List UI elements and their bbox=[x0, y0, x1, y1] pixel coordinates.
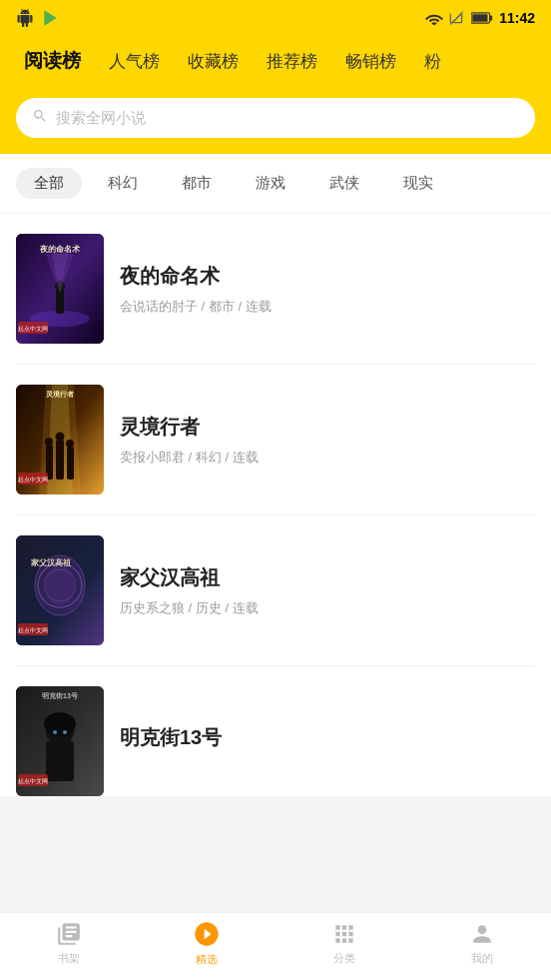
nav-item-favorites[interactable]: 收藏榜 bbox=[176, 46, 251, 77]
svg-point-20 bbox=[66, 440, 74, 448]
search-placeholder: 搜索全网小说 bbox=[56, 109, 519, 128]
cat-scifi[interactable]: 科幻 bbox=[90, 168, 156, 199]
bottom-nav: 书架 精选 分类 我的 bbox=[0, 912, 551, 980]
book-cover-3: 家父汉高祖 起点中文网 bbox=[16, 535, 104, 645]
list-item[interactable]: 明克街13号 起点中文网 明克街13号 bbox=[16, 666, 535, 796]
nav-item-recommended[interactable]: 推荐榜 bbox=[255, 46, 329, 77]
svg-point-37 bbox=[63, 730, 67, 734]
book-info-1: 夜的命名术 会说话的肘子 / 都市 / 连载 bbox=[120, 263, 535, 316]
categories-icon bbox=[331, 921, 357, 947]
nav-item-bestseller[interactable]: 畅销榜 bbox=[333, 46, 408, 77]
svg-rect-17 bbox=[56, 440, 64, 480]
nav-item-reading[interactable]: 阅读榜 bbox=[12, 44, 93, 78]
book-meta-3: 历史系之狼 / 历史 / 连载 bbox=[120, 599, 535, 617]
book-info-3: 家父汉高祖 历史系之狼 / 历史 / 连载 bbox=[120, 564, 535, 617]
nav-tab-profile[interactable]: 我的 bbox=[413, 921, 551, 966]
svg-text:起点中文网: 起点中文网 bbox=[18, 325, 48, 332]
svg-text:灵境行者: 灵境行者 bbox=[45, 390, 75, 399]
status-time: 11:42 bbox=[499, 10, 535, 26]
list-item[interactable]: 夜的命名术 起点中文网 夜的命名术 会说话的肘子 / 都市 / 连载 bbox=[16, 214, 535, 365]
nav-item-popular[interactable]: 人气榜 bbox=[97, 46, 172, 77]
nav-tab-shelf[interactable]: 书架 bbox=[0, 921, 138, 966]
svg-rect-35 bbox=[46, 741, 74, 781]
book-cover-1: 夜的命名术 起点中文网 bbox=[16, 234, 104, 344]
profile-icon bbox=[469, 921, 495, 947]
android-icon bbox=[16, 9, 34, 27]
cat-city[interactable]: 都市 bbox=[164, 168, 230, 199]
list-item[interactable]: 家父汉高祖 起点中文网 家父汉高祖 历史系之狼 / 历史 / 连载 bbox=[16, 515, 535, 666]
book-meta-2: 卖报小郎君 / 科幻 / 连载 bbox=[120, 449, 535, 467]
wifi-icon bbox=[425, 11, 443, 25]
search-bar[interactable]: 搜索全网小说 bbox=[16, 98, 535, 138]
status-bar: 11:42 bbox=[0, 0, 551, 36]
nav-items-container: 阅读榜 人气榜 收藏榜 推荐榜 畅销榜 粉 bbox=[0, 44, 551, 78]
list-item[interactable]: 灵境行者 起点中文网 灵境行者 卖报小郎君 / 科幻 / 连载 bbox=[16, 365, 535, 515]
svg-text:起点中文网: 起点中文网 bbox=[18, 626, 48, 633]
signal-icon bbox=[449, 10, 465, 26]
book-info-4: 明克街13号 bbox=[120, 724, 535, 759]
svg-text:起点中文网: 起点中文网 bbox=[18, 476, 48, 483]
nav-tab-categories-label: 分类 bbox=[333, 951, 355, 966]
svg-text:明克街13号: 明克街13号 bbox=[42, 691, 79, 699]
nav-tab-shelf-label: 书架 bbox=[58, 951, 80, 966]
shelf-icon bbox=[56, 921, 82, 947]
nav-tab-featured-label: 精选 bbox=[196, 952, 218, 967]
cover-4-illustration: 明克街13号 起点中文网 bbox=[16, 686, 104, 796]
cover-2-illustration: 灵境行者 起点中文网 bbox=[16, 385, 104, 494]
svg-text:家父汉高祖: 家父汉高祖 bbox=[31, 557, 72, 567]
book-title-3: 家父汉高祖 bbox=[120, 564, 535, 591]
svg-rect-19 bbox=[67, 447, 74, 480]
play-store-icon bbox=[42, 9, 60, 27]
svg-text:夜的命名术: 夜的命名术 bbox=[39, 244, 81, 254]
cat-all[interactable]: 全部 bbox=[16, 168, 82, 199]
book-title-4: 明克街13号 bbox=[120, 724, 535, 751]
cat-game[interactable]: 游戏 bbox=[238, 168, 303, 199]
book-meta-1: 会说话的肘子 / 都市 / 连载 bbox=[120, 298, 535, 316]
svg-rect-1 bbox=[490, 15, 492, 20]
book-cover-4: 明克街13号 起点中文网 bbox=[16, 686, 104, 796]
svg-point-26 bbox=[45, 565, 75, 605]
book-title-2: 灵境行者 bbox=[120, 414, 535, 441]
status-left-icons bbox=[16, 9, 60, 27]
book-cover-2: 灵境行者 起点中文网 bbox=[16, 385, 104, 494]
svg-rect-2 bbox=[472, 14, 487, 22]
svg-point-36 bbox=[53, 730, 57, 734]
search-icon bbox=[32, 108, 48, 128]
cat-modern[interactable]: 现实 bbox=[385, 168, 451, 199]
battery-icon bbox=[471, 11, 493, 25]
svg-text:起点中文网: 起点中文网 bbox=[18, 777, 48, 784]
book-info-2: 灵境行者 卖报小郎君 / 科幻 / 连载 bbox=[120, 414, 535, 467]
cover-1-illustration: 夜的命名术 起点中文网 bbox=[16, 234, 104, 344]
svg-point-16 bbox=[45, 438, 53, 446]
svg-point-34 bbox=[44, 712, 76, 736]
search-container: 搜索全网小说 bbox=[0, 90, 551, 154]
status-right-icons: 11:42 bbox=[425, 10, 535, 26]
nav-tab-featured[interactable]: 精选 bbox=[138, 920, 276, 967]
cat-martial[interactable]: 武侠 bbox=[311, 168, 377, 199]
book-title-1: 夜的命名术 bbox=[120, 263, 535, 290]
nav-tab-profile-label: 我的 bbox=[471, 951, 493, 966]
svg-point-18 bbox=[56, 433, 65, 442]
categories-bar: 全部 科幻 都市 游戏 武侠 现实 bbox=[0, 154, 551, 214]
nav-item-powder[interactable]: 粉 bbox=[412, 46, 453, 77]
featured-icon bbox=[193, 920, 221, 948]
cover-3-illustration: 家父汉高祖 起点中文网 bbox=[16, 535, 104, 645]
header-nav: 阅读榜 人气榜 收藏榜 推荐榜 畅销榜 粉 bbox=[0, 36, 551, 90]
nav-tab-categories[interactable]: 分类 bbox=[276, 921, 413, 966]
book-list: 夜的命名术 起点中文网 夜的命名术 会说话的肘子 / 都市 / 连载 bbox=[0, 214, 551, 796]
